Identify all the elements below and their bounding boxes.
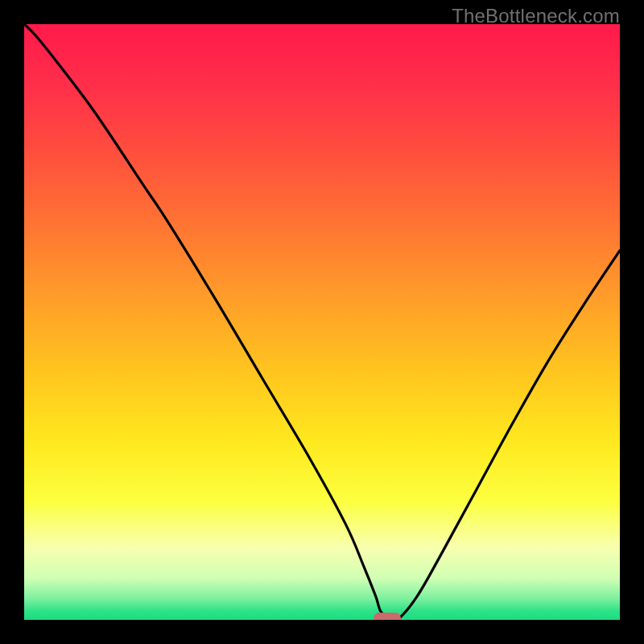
- optimal-marker: [374, 613, 401, 620]
- chart-container: TheBottleneck.com: [0, 0, 644, 644]
- watermark-label: TheBottleneck.com: [452, 5, 620, 27]
- plot-area: [24, 24, 620, 620]
- bottleneck-curve: [24, 24, 620, 620]
